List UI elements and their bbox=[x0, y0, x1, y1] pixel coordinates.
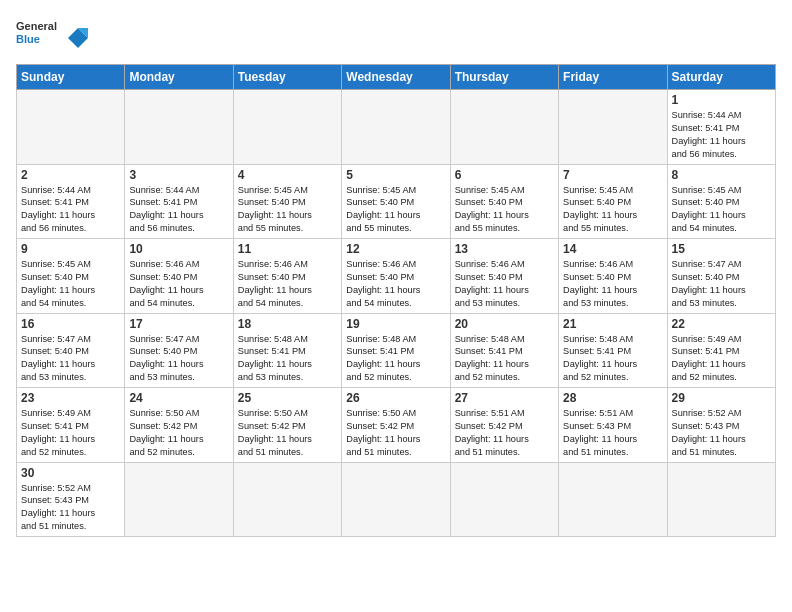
calendar-cell: 23Sunrise: 5:49 AM Sunset: 5:41 PM Dayli… bbox=[17, 388, 125, 463]
logo: General Blue bbox=[16, 20, 92, 56]
day-info: Sunrise: 5:48 AM Sunset: 5:41 PM Dayligh… bbox=[563, 333, 662, 385]
day-number: 27 bbox=[455, 391, 554, 405]
calendar-cell: 22Sunrise: 5:49 AM Sunset: 5:41 PM Dayli… bbox=[667, 313, 775, 388]
day-info: Sunrise: 5:49 AM Sunset: 5:41 PM Dayligh… bbox=[672, 333, 771, 385]
calendar-cell bbox=[342, 90, 450, 165]
day-info: Sunrise: 5:45 AM Sunset: 5:40 PM Dayligh… bbox=[346, 184, 445, 236]
calendar-cell: 27Sunrise: 5:51 AM Sunset: 5:42 PM Dayli… bbox=[450, 388, 558, 463]
day-info: Sunrise: 5:46 AM Sunset: 5:40 PM Dayligh… bbox=[563, 258, 662, 310]
day-number: 16 bbox=[21, 317, 120, 331]
col-header-saturday: Saturday bbox=[667, 65, 775, 90]
day-number: 19 bbox=[346, 317, 445, 331]
day-number: 21 bbox=[563, 317, 662, 331]
day-info: Sunrise: 5:46 AM Sunset: 5:40 PM Dayligh… bbox=[129, 258, 228, 310]
day-number: 8 bbox=[672, 168, 771, 182]
calendar-cell: 6Sunrise: 5:45 AM Sunset: 5:40 PM Daylig… bbox=[450, 164, 558, 239]
day-info: Sunrise: 5:50 AM Sunset: 5:42 PM Dayligh… bbox=[346, 407, 445, 459]
calendar-cell bbox=[450, 90, 558, 165]
calendar-cell: 12Sunrise: 5:46 AM Sunset: 5:40 PM Dayli… bbox=[342, 239, 450, 314]
calendar-cell: 5Sunrise: 5:45 AM Sunset: 5:40 PM Daylig… bbox=[342, 164, 450, 239]
calendar-cell: 18Sunrise: 5:48 AM Sunset: 5:41 PM Dayli… bbox=[233, 313, 341, 388]
day-number: 13 bbox=[455, 242, 554, 256]
day-number: 30 bbox=[21, 466, 120, 480]
day-number: 3 bbox=[129, 168, 228, 182]
calendar-cell bbox=[667, 462, 775, 537]
day-number: 2 bbox=[21, 168, 120, 182]
day-info: Sunrise: 5:50 AM Sunset: 5:42 PM Dayligh… bbox=[238, 407, 337, 459]
day-info: Sunrise: 5:52 AM Sunset: 5:43 PM Dayligh… bbox=[672, 407, 771, 459]
day-number: 25 bbox=[238, 391, 337, 405]
col-header-sunday: Sunday bbox=[17, 65, 125, 90]
day-info: Sunrise: 5:50 AM Sunset: 5:42 PM Dayligh… bbox=[129, 407, 228, 459]
day-info: Sunrise: 5:51 AM Sunset: 5:42 PM Dayligh… bbox=[455, 407, 554, 459]
day-info: Sunrise: 5:48 AM Sunset: 5:41 PM Dayligh… bbox=[346, 333, 445, 385]
calendar-cell: 10Sunrise: 5:46 AM Sunset: 5:40 PM Dayli… bbox=[125, 239, 233, 314]
day-info: Sunrise: 5:51 AM Sunset: 5:43 PM Dayligh… bbox=[563, 407, 662, 459]
day-number: 4 bbox=[238, 168, 337, 182]
day-number: 22 bbox=[672, 317, 771, 331]
day-info: Sunrise: 5:44 AM Sunset: 5:41 PM Dayligh… bbox=[672, 109, 771, 161]
day-info: Sunrise: 5:45 AM Sunset: 5:40 PM Dayligh… bbox=[455, 184, 554, 236]
calendar-cell bbox=[125, 90, 233, 165]
day-info: Sunrise: 5:49 AM Sunset: 5:41 PM Dayligh… bbox=[21, 407, 120, 459]
calendar-cell bbox=[125, 462, 233, 537]
day-number: 15 bbox=[672, 242, 771, 256]
day-number: 1 bbox=[672, 93, 771, 107]
day-info: Sunrise: 5:48 AM Sunset: 5:41 PM Dayligh… bbox=[455, 333, 554, 385]
day-number: 12 bbox=[346, 242, 445, 256]
day-info: Sunrise: 5:52 AM Sunset: 5:43 PM Dayligh… bbox=[21, 482, 120, 534]
col-header-wednesday: Wednesday bbox=[342, 65, 450, 90]
calendar-cell: 13Sunrise: 5:46 AM Sunset: 5:40 PM Dayli… bbox=[450, 239, 558, 314]
day-info: Sunrise: 5:47 AM Sunset: 5:40 PM Dayligh… bbox=[672, 258, 771, 310]
calendar-cell: 3Sunrise: 5:44 AM Sunset: 5:41 PM Daylig… bbox=[125, 164, 233, 239]
calendar-cell bbox=[559, 462, 667, 537]
calendar-cell: 1Sunrise: 5:44 AM Sunset: 5:41 PM Daylig… bbox=[667, 90, 775, 165]
calendar-cell: 24Sunrise: 5:50 AM Sunset: 5:42 PM Dayli… bbox=[125, 388, 233, 463]
day-number: 23 bbox=[21, 391, 120, 405]
day-info: Sunrise: 5:46 AM Sunset: 5:40 PM Dayligh… bbox=[238, 258, 337, 310]
calendar-cell: 7Sunrise: 5:45 AM Sunset: 5:40 PM Daylig… bbox=[559, 164, 667, 239]
day-info: Sunrise: 5:45 AM Sunset: 5:40 PM Dayligh… bbox=[563, 184, 662, 236]
calendar-cell: 8Sunrise: 5:45 AM Sunset: 5:40 PM Daylig… bbox=[667, 164, 775, 239]
day-info: Sunrise: 5:47 AM Sunset: 5:40 PM Dayligh… bbox=[21, 333, 120, 385]
day-number: 28 bbox=[563, 391, 662, 405]
calendar-cell: 20Sunrise: 5:48 AM Sunset: 5:41 PM Dayli… bbox=[450, 313, 558, 388]
calendar-cell: 4Sunrise: 5:45 AM Sunset: 5:40 PM Daylig… bbox=[233, 164, 341, 239]
day-number: 20 bbox=[455, 317, 554, 331]
day-number: 6 bbox=[455, 168, 554, 182]
day-info: Sunrise: 5:46 AM Sunset: 5:40 PM Dayligh… bbox=[346, 258, 445, 310]
col-header-monday: Monday bbox=[125, 65, 233, 90]
calendar-cell: 15Sunrise: 5:47 AM Sunset: 5:40 PM Dayli… bbox=[667, 239, 775, 314]
calendar-cell: 11Sunrise: 5:46 AM Sunset: 5:40 PM Dayli… bbox=[233, 239, 341, 314]
day-number: 11 bbox=[238, 242, 337, 256]
calendar-cell bbox=[233, 462, 341, 537]
calendar-cell: 25Sunrise: 5:50 AM Sunset: 5:42 PM Dayli… bbox=[233, 388, 341, 463]
calendar-cell: 29Sunrise: 5:52 AM Sunset: 5:43 PM Dayli… bbox=[667, 388, 775, 463]
day-info: Sunrise: 5:48 AM Sunset: 5:41 PM Dayligh… bbox=[238, 333, 337, 385]
day-number: 18 bbox=[238, 317, 337, 331]
calendar-cell: 2Sunrise: 5:44 AM Sunset: 5:41 PM Daylig… bbox=[17, 164, 125, 239]
calendar-cell: 19Sunrise: 5:48 AM Sunset: 5:41 PM Dayli… bbox=[342, 313, 450, 388]
day-number: 29 bbox=[672, 391, 771, 405]
day-number: 9 bbox=[21, 242, 120, 256]
calendar-cell bbox=[450, 462, 558, 537]
calendar-cell: 9Sunrise: 5:45 AM Sunset: 5:40 PM Daylig… bbox=[17, 239, 125, 314]
calendar-cell: 17Sunrise: 5:47 AM Sunset: 5:40 PM Dayli… bbox=[125, 313, 233, 388]
day-info: Sunrise: 5:44 AM Sunset: 5:41 PM Dayligh… bbox=[129, 184, 228, 236]
day-info: Sunrise: 5:44 AM Sunset: 5:41 PM Dayligh… bbox=[21, 184, 120, 236]
calendar-cell bbox=[17, 90, 125, 165]
calendar-cell bbox=[342, 462, 450, 537]
calendar-table: SundayMondayTuesdayWednesdayThursdayFrid… bbox=[16, 64, 776, 537]
calendar-cell: 28Sunrise: 5:51 AM Sunset: 5:43 PM Dayli… bbox=[559, 388, 667, 463]
col-header-tuesday: Tuesday bbox=[233, 65, 341, 90]
day-number: 5 bbox=[346, 168, 445, 182]
day-info: Sunrise: 5:45 AM Sunset: 5:40 PM Dayligh… bbox=[238, 184, 337, 236]
day-info: Sunrise: 5:45 AM Sunset: 5:40 PM Dayligh… bbox=[21, 258, 120, 310]
day-number: 17 bbox=[129, 317, 228, 331]
calendar-cell: 16Sunrise: 5:47 AM Sunset: 5:40 PM Dayli… bbox=[17, 313, 125, 388]
calendar-cell: 21Sunrise: 5:48 AM Sunset: 5:41 PM Dayli… bbox=[559, 313, 667, 388]
calendar-cell: 14Sunrise: 5:46 AM Sunset: 5:40 PM Dayli… bbox=[559, 239, 667, 314]
col-header-thursday: Thursday bbox=[450, 65, 558, 90]
calendar-cell: 26Sunrise: 5:50 AM Sunset: 5:42 PM Dayli… bbox=[342, 388, 450, 463]
day-info: Sunrise: 5:46 AM Sunset: 5:40 PM Dayligh… bbox=[455, 258, 554, 310]
